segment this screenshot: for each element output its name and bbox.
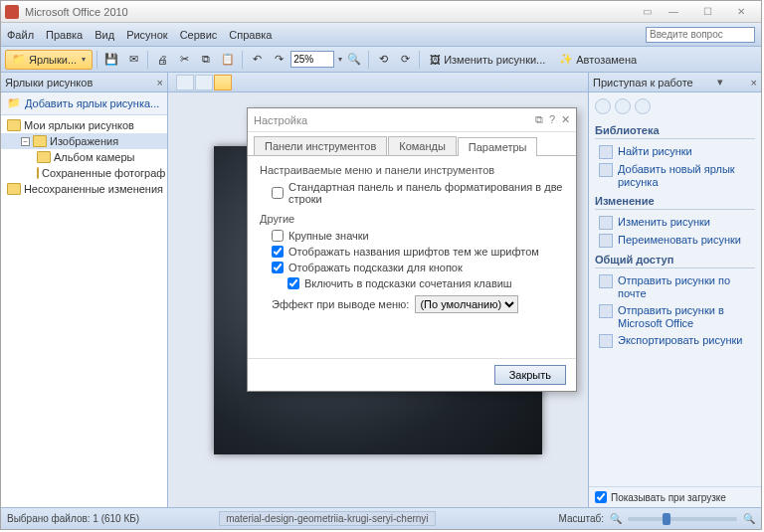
rename-icon bbox=[599, 234, 613, 248]
tab-toolbars[interactable]: Панели инструментов bbox=[254, 136, 387, 155]
menu-edit[interactable]: Правка bbox=[46, 29, 83, 41]
dialog-tabs: Панели инструментов Команды Параметры bbox=[248, 132, 576, 156]
dialog-close-icon[interactable]: ✕ bbox=[561, 113, 570, 126]
section-edit: Изменение bbox=[595, 195, 755, 207]
menu-file[interactable]: Файл bbox=[7, 29, 34, 41]
right-pane-title: Приступая к работе bbox=[593, 77, 693, 89]
nav-fwd-icon[interactable] bbox=[615, 98, 631, 114]
view-filmstrip-icon[interactable] bbox=[195, 75, 213, 90]
minimize-button[interactable]: — bbox=[658, 3, 689, 21]
save-icon[interactable]: 💾 bbox=[101, 50, 121, 70]
scale-label: Масштаб: bbox=[558, 513, 604, 524]
status-filename: material-design-geometriia-krugi-seryi-c… bbox=[219, 511, 435, 526]
office-icon bbox=[599, 304, 613, 318]
tab-commands[interactable]: Команды bbox=[388, 136, 457, 155]
labels-tab-button[interactable]: 📁Ярлыки...▾ bbox=[5, 50, 93, 70]
close-button[interactable]: ✕ bbox=[725, 3, 757, 21]
dialog-close-button[interactable]: Закрыть bbox=[494, 365, 566, 385]
print-icon[interactable]: 🖨 bbox=[152, 50, 172, 70]
undo-icon[interactable]: ↶ bbox=[247, 50, 267, 70]
section-library: Библиотека bbox=[595, 124, 755, 136]
menu-view[interactable]: Вид bbox=[95, 29, 114, 41]
settings-dialog: Настройка ⧉ ? ✕ Панели инструментов Кома… bbox=[247, 107, 577, 392]
mail-icon[interactable]: ✉ bbox=[123, 50, 143, 70]
folder-tree: Мои ярлыки рисунков −Изображения Альбом … bbox=[1, 114, 167, 507]
folder-icon bbox=[37, 151, 51, 163]
dialog-icon: ⧉ bbox=[535, 113, 543, 126]
export-icon bbox=[599, 334, 613, 348]
slider-thumb[interactable] bbox=[663, 513, 670, 525]
link-send-office[interactable]: Отправить рисунки в Microsoft Office bbox=[595, 302, 755, 332]
menu-picture[interactable]: Рисунок bbox=[126, 29, 168, 41]
checkbox[interactable] bbox=[272, 262, 284, 273]
show-on-load-checkbox[interactable] bbox=[595, 491, 607, 503]
effect-select[interactable]: (По умолчанию) bbox=[415, 295, 518, 313]
group-other-label: Другие bbox=[260, 213, 564, 225]
opt-font-names[interactable]: Отображать названия шрифтов тем же шрифт… bbox=[260, 244, 564, 260]
dialog-body: Настраиваемые меню и панели инструментов… bbox=[248, 156, 576, 358]
zoom-slider[interactable] bbox=[628, 517, 737, 521]
link-add-shortcut[interactable]: Добавить новый ярлык рисунка bbox=[595, 161, 755, 191]
section-share: Общий доступ bbox=[595, 254, 755, 266]
canvas-toolbar bbox=[168, 73, 588, 92]
status-bar: Выбрано файлов: 1 (610 КБ) material-desi… bbox=[1, 507, 761, 529]
pane-dropdown-icon[interactable]: ▾ bbox=[717, 76, 723, 89]
opt-large-icons[interactable]: Крупные значки bbox=[260, 228, 564, 244]
edit-icon bbox=[599, 216, 613, 230]
group-menus-label: Настраиваемые меню и панели инструментов bbox=[260, 164, 564, 176]
redo-icon[interactable]: ↷ bbox=[269, 50, 288, 70]
autocorrect-button[interactable]: ✨Автозамена bbox=[553, 50, 643, 70]
copy-icon[interactable]: ⧉ bbox=[196, 50, 216, 70]
opt-tooltips[interactable]: Отображать подсказки для кнопок bbox=[260, 260, 564, 275]
zoom-fit-icon[interactable]: 🔍 bbox=[344, 50, 364, 70]
opt-two-rows[interactable]: Стандартная панель и панель форматирован… bbox=[260, 179, 564, 207]
tree-folder-images[interactable]: −Изображения bbox=[1, 133, 167, 149]
tree-child[interactable]: Сохраненные фотограф bbox=[1, 165, 167, 181]
checkbox[interactable] bbox=[272, 246, 284, 258]
add-icon bbox=[599, 163, 613, 177]
maximize-button[interactable]: ☐ bbox=[691, 3, 723, 21]
link-edit-pictures[interactable]: Изменить рисунки bbox=[595, 214, 755, 232]
app-logo-icon bbox=[5, 5, 19, 19]
rotate-right-icon[interactable]: ⟳ bbox=[395, 50, 415, 70]
rotate-left-icon[interactable]: ⟲ bbox=[373, 50, 393, 70]
mail-icon bbox=[599, 274, 613, 288]
tree-unsaved[interactable]: Несохраненные изменения bbox=[1, 181, 167, 197]
left-pane: Ярлыки рисунков × 📁 Добавить ярлык рисун… bbox=[1, 73, 168, 507]
tree-root[interactable]: Мои ярлыки рисунков bbox=[1, 117, 167, 133]
zoom-out-icon[interactable]: 🔍 bbox=[610, 513, 622, 524]
opt-shortcuts-in-tooltips[interactable]: Включить в подсказки сочетания клавиш bbox=[260, 275, 564, 291]
tree-child[interactable]: Альбом камеры bbox=[1, 149, 167, 165]
edit-pictures-button[interactable]: 🖼Изменить рисунки... bbox=[424, 50, 551, 70]
dialog-help-icon[interactable]: ? bbox=[549, 113, 555, 126]
left-pane-close-icon[interactable]: × bbox=[157, 77, 163, 89]
tab-options[interactable]: Параметры bbox=[458, 137, 538, 156]
checkbox[interactable] bbox=[287, 277, 299, 289]
nav-home-icon[interactable] bbox=[635, 98, 651, 114]
checkbox[interactable] bbox=[272, 230, 284, 242]
link-export[interactable]: Экспортировать рисунки bbox=[595, 332, 755, 350]
paste-icon[interactable]: 📋 bbox=[218, 50, 238, 70]
link-rename-pictures[interactable]: Переименовать рисунки bbox=[595, 232, 755, 250]
zoom-input[interactable] bbox=[290, 51, 334, 68]
checkbox[interactable] bbox=[272, 187, 284, 199]
menu-tools[interactable]: Сервис bbox=[180, 29, 218, 41]
search-icon bbox=[599, 145, 613, 159]
show-on-load-check[interactable]: Показывать при загрузке bbox=[589, 486, 761, 507]
nav-back-icon[interactable] bbox=[595, 98, 611, 114]
ask-input[interactable] bbox=[646, 27, 755, 43]
window-title: Microsoft Office 2010 bbox=[25, 6, 639, 18]
zoom-in-icon[interactable]: 🔍 bbox=[743, 513, 755, 524]
link-send-mail[interactable]: Отправить рисунки по почте bbox=[595, 272, 755, 302]
menu-help[interactable]: Справка bbox=[229, 29, 272, 41]
link-find-pictures[interactable]: Найти рисунки bbox=[595, 143, 755, 161]
ribbon-icon[interactable]: ▭ bbox=[639, 3, 656, 21]
add-shortcut-link[interactable]: 📁 Добавить ярлык рисунка... bbox=[1, 92, 167, 114]
dialog-titlebar: Настройка ⧉ ? ✕ bbox=[248, 108, 576, 132]
right-pane-close-icon[interactable]: × bbox=[751, 77, 757, 89]
view-single-icon[interactable] bbox=[214, 75, 232, 90]
cut-icon[interactable]: ✂ bbox=[174, 50, 194, 70]
left-pane-header: Ярлыки рисунков × bbox=[1, 73, 167, 92]
view-thumbnails-icon[interactable] bbox=[176, 75, 194, 90]
collapse-icon[interactable]: − bbox=[21, 137, 30, 146]
